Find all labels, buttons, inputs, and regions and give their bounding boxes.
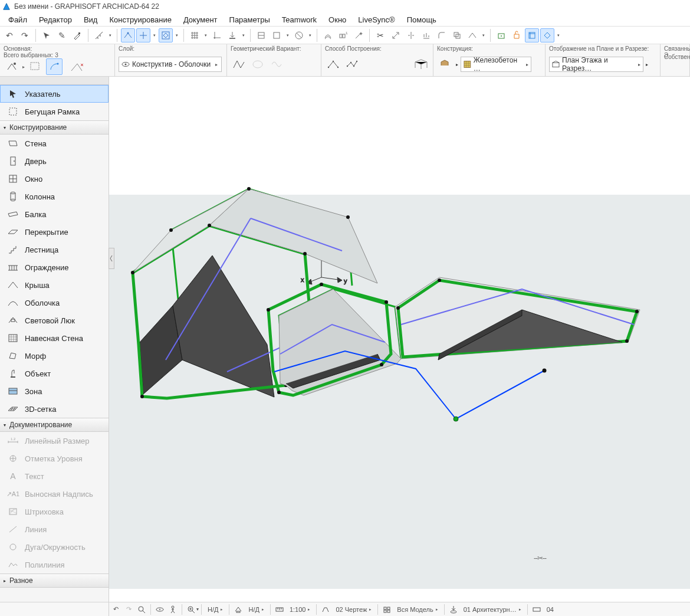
- tool-shell[interactable]: Оболочка: [0, 294, 109, 312]
- tool-skylight[interactable]: Световой Люк: [0, 312, 109, 329]
- menu-livesync[interactable]: LiveSync®: [352, 14, 400, 25]
- ruler-button[interactable]: [92, 28, 106, 42]
- layer-dropdown[interactable]: Конструктив - Оболочки ▸: [119, 57, 222, 72]
- cons-mode2-button[interactable]: [344, 56, 360, 73]
- tool-marquee[interactable]: Бегущая Рамка: [0, 103, 109, 120]
- snap-grid-dd[interactable]: ▾: [174, 28, 180, 42]
- markup-button[interactable]: [525, 28, 539, 42]
- nav-back-button[interactable]: ↶: [109, 603, 122, 616]
- select-mode1-button[interactable]: [27, 58, 44, 75]
- snap-point-button[interactable]: [121, 28, 135, 42]
- tool-levelmark[interactable]: Отметка Уровня: [0, 450, 109, 467]
- tool-zone[interactable]: Зона: [0, 382, 109, 400]
- resize-button[interactable]: [389, 28, 403, 42]
- menu-help[interactable]: Помощь: [401, 14, 442, 25]
- roof-connect-dd[interactable]: ▾: [481, 28, 487, 42]
- cons-mode1-button[interactable]: [325, 56, 341, 73]
- tool-text[interactable]: AТекст: [0, 467, 109, 485]
- menu-parameters[interactable]: Параметры: [224, 14, 276, 25]
- place-box-button[interactable]: [270, 28, 284, 42]
- tool-roof[interactable]: Крыша: [0, 276, 109, 294]
- offset-button[interactable]: [321, 28, 335, 42]
- zoom-button[interactable]: [185, 603, 198, 616]
- tool-window[interactable]: Окно: [0, 170, 109, 188]
- tool-slab[interactable]: Перекрытие: [0, 223, 109, 241]
- ruler-dd-button[interactable]: ▾: [107, 28, 113, 42]
- tool-stair[interactable]: Лестница: [0, 241, 109, 258]
- magic-wand-button[interactable]: [351, 28, 366, 42]
- suspend-dd[interactable]: ▾: [307, 28, 313, 42]
- trim-button[interactable]: ✂: [373, 28, 387, 42]
- 3d-viewport[interactable]: z y x: [109, 77, 690, 589]
- geom-mode3-button[interactable]: [268, 56, 285, 73]
- tool-object[interactable]: Объект: [0, 365, 109, 382]
- tool-arc[interactable]: Дуга/Окружность: [0, 538, 109, 556]
- view-dd[interactable]: Н/Д▸: [245, 606, 267, 613]
- tool-morph[interactable]: Морф: [0, 347, 109, 365]
- scale-dd[interactable]: 1:100▸: [286, 606, 314, 613]
- settings-icon-button[interactable]: [4, 58, 20, 75]
- right-dd[interactable]: 04: [543, 606, 557, 613]
- tool-wall[interactable]: Стена: [0, 135, 109, 152]
- suspend-button[interactable]: [292, 28, 306, 42]
- chevron-down-icon[interactable]: ▾: [196, 607, 199, 612]
- tool-line[interactable]: Линия: [0, 520, 109, 538]
- tool-door[interactable]: Дверь: [0, 152, 109, 170]
- menu-document[interactable]: Документ: [178, 14, 224, 25]
- zoom-fit-button[interactable]: [135, 603, 148, 616]
- release-button[interactable]: [510, 28, 524, 42]
- fillet-button[interactable]: [435, 28, 449, 42]
- trace-button[interactable]: [540, 28, 554, 42]
- menu-teamwork[interactable]: Teamwork: [276, 14, 323, 25]
- menu-construction[interactable]: Конструирование: [103, 14, 177, 25]
- reserve-button[interactable]: [494, 28, 508, 42]
- menu-editor[interactable]: Редактор: [33, 14, 78, 25]
- intersect-button[interactable]: [450, 28, 464, 42]
- roof-connect-button[interactable]: [465, 28, 479, 42]
- snap-guide-dd[interactable]: ▾: [152, 28, 157, 42]
- tool-fill[interactable]: Штриховка: [0, 503, 109, 520]
- split-button[interactable]: [404, 28, 418, 42]
- menu-window[interactable]: Окно: [323, 14, 352, 25]
- multiply-button[interactable]: 12: [336, 28, 350, 42]
- view-type-button[interactable]: [232, 603, 245, 616]
- grid-dd[interactable]: ▾: [203, 28, 209, 42]
- group-construction[interactable]: ▾Конструирование: [0, 120, 109, 135]
- layers-dd[interactable]: 01 Архитектурн…▸: [460, 606, 525, 613]
- orbit-button[interactable]: [153, 603, 166, 616]
- tool-label[interactable]: ↗A1Выносная Надпись: [0, 485, 109, 503]
- gravity-dd[interactable]: ▾: [241, 28, 247, 42]
- tool-pointer[interactable]: Указатель: [0, 85, 109, 103]
- splitter-handle[interactable]: [109, 248, 114, 269]
- gravity-button[interactable]: [225, 28, 239, 42]
- menu-file[interactable]: Файл: [2, 14, 33, 25]
- select-mode2-button[interactable]: [46, 58, 63, 75]
- nav-fwd-button[interactable]: ↷: [122, 603, 135, 616]
- geom-mode1-button[interactable]: [231, 56, 247, 73]
- tool-lineardim[interactable]: 1.2Линейный Размер: [0, 432, 109, 450]
- adjust-button[interactable]: [419, 28, 433, 42]
- plan-dropdown[interactable]: План Этажа и Разрез… ▸: [549, 57, 643, 72]
- geom-mode2-button[interactable]: [249, 56, 266, 73]
- snap-grid-button[interactable]: [159, 28, 173, 42]
- tool-column[interactable]: Колонна: [0, 188, 109, 205]
- place-box-dd[interactable]: ▾: [285, 28, 291, 42]
- pick-button[interactable]: [40, 28, 54, 42]
- tool-polyline[interactable]: Полилиния: [0, 556, 109, 574]
- deselect-button[interactable]: [68, 58, 85, 75]
- sun-dd[interactable]: Н/Д▸: [204, 606, 226, 613]
- group-misc[interactable]: ▸Разное: [0, 574, 109, 588]
- cons-mode3-button[interactable]: [413, 56, 429, 73]
- tool-curtainwall[interactable]: Навесная Стена: [0, 329, 109, 347]
- menu-view[interactable]: Вид: [78, 14, 104, 25]
- redo-button[interactable]: ↷: [18, 28, 32, 42]
- group-documentation[interactable]: ▾Документирование: [0, 418, 109, 432]
- undo-button[interactable]: ↶: [2, 28, 17, 42]
- tool-railing[interactable]: Ограждение: [0, 258, 109, 276]
- inject-button[interactable]: [70, 28, 84, 42]
- grid-button[interactable]: [188, 28, 202, 42]
- eyedropper-button[interactable]: ✎: [55, 28, 69, 42]
- tool-beam[interactable]: Балка: [0, 205, 109, 223]
- struct-mode1-button[interactable]: [437, 56, 454, 73]
- walk-button[interactable]: [166, 603, 179, 616]
